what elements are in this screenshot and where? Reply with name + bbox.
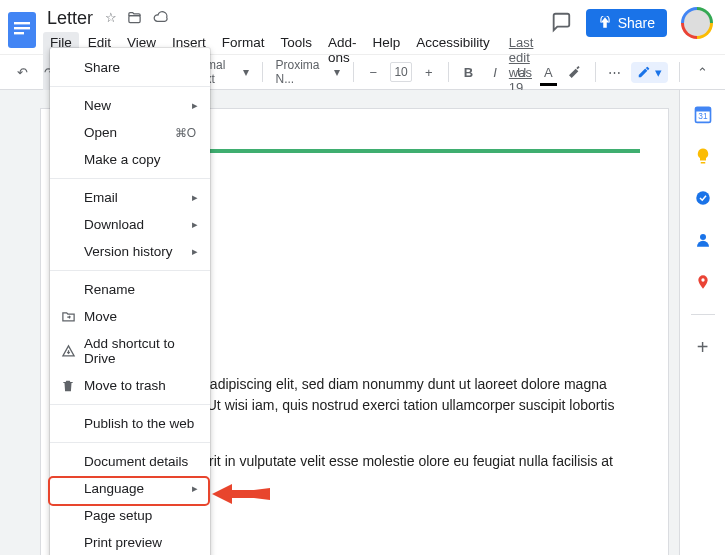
- cloud-status-icon[interactable]: [152, 10, 169, 28]
- contacts-icon[interactable]: [693, 230, 713, 250]
- editing-mode-dropdown[interactable]: ▾: [631, 62, 668, 83]
- more-tools-button[interactable]: ⋯: [604, 60, 625, 84]
- chevron-down-icon: ▾: [655, 65, 662, 80]
- share-button-label: Share: [618, 15, 655, 31]
- svg-point-12: [701, 278, 704, 281]
- menu-item-email[interactable]: Email: [50, 184, 210, 211]
- move-folder-icon[interactable]: [127, 10, 142, 28]
- svg-rect-4: [129, 15, 140, 22]
- increase-font-button[interactable]: +: [418, 60, 439, 84]
- calendar-icon[interactable]: 31: [693, 104, 713, 124]
- menu-item-download[interactable]: Download: [50, 211, 210, 238]
- text-color-button[interactable]: A: [538, 60, 559, 84]
- menu-item-publish[interactable]: Publish to the web: [50, 410, 210, 437]
- svg-text:31: 31: [698, 111, 708, 121]
- trash-icon: [60, 378, 76, 394]
- svg-marker-13: [212, 484, 232, 504]
- menu-item-rename[interactable]: Rename: [50, 276, 210, 303]
- menu-item-document-details[interactable]: Document details: [50, 448, 210, 475]
- docs-logo[interactable]: [8, 9, 37, 51]
- svg-rect-1: [14, 22, 30, 24]
- title-bar: Letter ☆ File Edit View Insert Format To…: [0, 0, 725, 54]
- highlight-button[interactable]: [565, 60, 586, 84]
- menu-item-share[interactable]: Share: [50, 54, 210, 81]
- menu-item-open[interactable]: Open⌘O: [50, 119, 210, 146]
- svg-point-6: [603, 24, 605, 26]
- menu-item-page-setup[interactable]: Page setup: [50, 502, 210, 529]
- bold-button[interactable]: B: [458, 60, 479, 84]
- menu-item-add-shortcut[interactable]: Add shortcut to Drive: [50, 330, 210, 372]
- drive-shortcut-icon: [60, 343, 76, 359]
- menu-item-version-history[interactable]: Version history: [50, 238, 210, 265]
- comments-icon[interactable]: [550, 11, 572, 36]
- star-icon[interactable]: ☆: [105, 10, 117, 28]
- italic-button[interactable]: I: [485, 60, 506, 84]
- account-avatar[interactable]: [681, 7, 713, 39]
- decrease-font-button[interactable]: −: [363, 60, 384, 84]
- keep-icon[interactable]: [693, 146, 713, 166]
- chevron-down-icon: ▾: [334, 65, 340, 79]
- font-family-dropdown[interactable]: Proxima N... ▾: [271, 58, 344, 86]
- underline-button[interactable]: U: [511, 60, 532, 84]
- tasks-icon[interactable]: [693, 188, 713, 208]
- maps-icon[interactable]: [693, 272, 713, 292]
- annotation-arrow-icon: [212, 480, 272, 508]
- add-addon-button[interactable]: +: [693, 337, 713, 357]
- chevron-down-icon: ▾: [243, 65, 249, 79]
- svg-rect-0: [8, 12, 36, 48]
- annotation-highlight: [48, 476, 210, 506]
- font-size-input[interactable]: 10: [390, 62, 413, 82]
- collapse-toolbar-button[interactable]: ⌃: [691, 61, 713, 83]
- side-panel: 31 +: [679, 90, 725, 555]
- document-title[interactable]: Letter: [43, 7, 97, 30]
- menu-item-move-trash[interactable]: Move to trash: [50, 372, 210, 399]
- svg-point-10: [696, 191, 710, 205]
- share-button[interactable]: Share: [586, 9, 667, 37]
- menu-item-print-preview[interactable]: Print preview: [50, 529, 210, 555]
- svg-rect-14: [230, 490, 270, 498]
- menu-item-new[interactable]: New: [50, 92, 210, 119]
- folder-arrow-icon: [60, 309, 76, 325]
- svg-rect-2: [14, 27, 30, 29]
- menu-item-move[interactable]: Move: [50, 303, 210, 330]
- svg-point-11: [700, 234, 706, 240]
- undo-button[interactable]: ↶: [12, 60, 33, 84]
- svg-rect-3: [14, 32, 24, 34]
- menu-item-make-copy[interactable]: Make a copy: [50, 146, 210, 173]
